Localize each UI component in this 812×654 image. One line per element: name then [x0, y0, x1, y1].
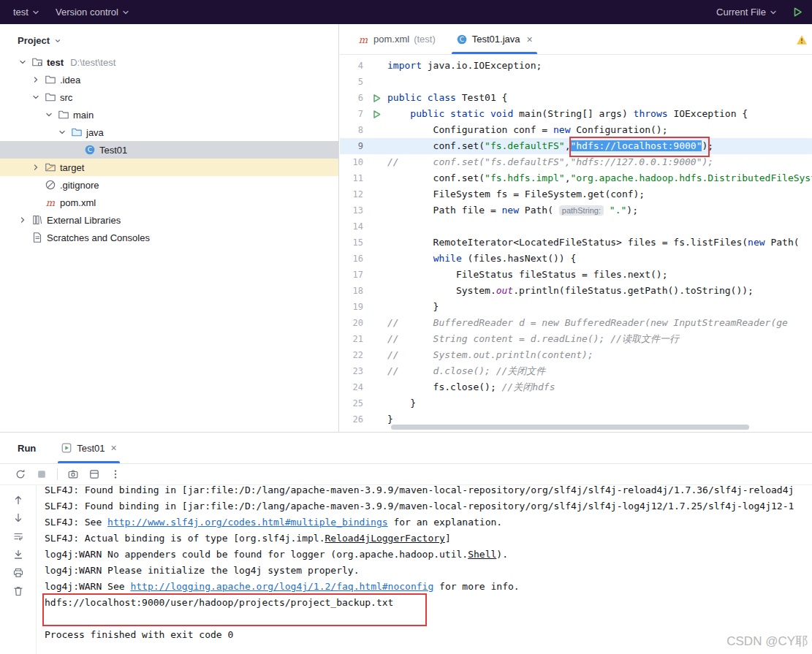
console-link[interactable]: http://www.slf4j.org/codes.html#multiple…	[107, 517, 388, 528]
gutter	[365, 122, 387, 138]
project-menu[interactable]: test	[7, 4, 45, 20]
tree-item-external-libraries[interactable]: External Libraries	[0, 211, 338, 229]
version-control-menu[interactable]: Version control	[50, 4, 135, 20]
chevron-down-icon[interactable]	[31, 92, 41, 102]
close-icon[interactable]: ×	[527, 34, 533, 45]
code-line-20[interactable]: 20// BufferedReader d = new BufferedRead…	[340, 315, 812, 331]
tree-item-label: Test01	[99, 145, 127, 156]
folder-source-icon	[71, 126, 83, 138]
chevron-right-icon[interactable]	[31, 75, 41, 85]
code-line-9[interactable]: 9 conf.set("fs.defaultFS","hdfs://localh…	[340, 138, 812, 154]
tree-item-gitignore[interactable]: .gitignore	[0, 176, 338, 194]
code-line-4[interactable]: 4import java.io.IOException;	[340, 58, 812, 74]
run-button[interactable]	[792, 7, 803, 18]
run-gutter-icon[interactable]	[371, 92, 382, 104]
up-icon[interactable]	[12, 494, 24, 506]
chevron-spacer	[31, 180, 41, 190]
code-line-21[interactable]: 21// String content = d.readLine(); //读取…	[340, 331, 812, 347]
chevron-down-icon	[770, 9, 777, 16]
console-link[interactable]: http://logging.apache.org/log4j/1.2/faq.…	[130, 581, 433, 592]
code-line-25[interactable]: 25 }	[340, 395, 812, 411]
project-panel-title: Project	[18, 35, 50, 46]
chevron-right-icon[interactable]	[18, 215, 28, 225]
chevron-spacer	[18, 232, 28, 243]
code-text: // conf.set("fs.defaultFS","hdfs://127.0…	[387, 154, 713, 170]
tree-item-path: D:\test\test	[70, 57, 115, 68]
clear-icon[interactable]	[12, 585, 24, 597]
tree-item-scratches-and-consoles[interactable]: Scratches and Consoles	[0, 229, 338, 246]
tree-item-pom-xml[interactable]: mpom.xml	[0, 194, 338, 211]
code-line-22[interactable]: 22// System.out.println(content);	[340, 347, 812, 363]
code-line-19[interactable]: 19 }	[340, 299, 812, 315]
code-line-24[interactable]: 24 fs.close(); //关闭hdfs	[340, 379, 812, 395]
chevron-down-icon[interactable]	[57, 127, 67, 137]
tree-item-idea[interactable]: .idea	[0, 71, 338, 88]
project-panel-header[interactable]: Project	[0, 24, 338, 53]
tab-pom-xml[interactable]: m pom.xml (test)	[347, 24, 446, 54]
code-line-13[interactable]: 13 Path file = new Path( pathString: "."…	[340, 202, 812, 218]
soft-wrap-icon[interactable]	[12, 531, 24, 542]
chevron-down-icon[interactable]	[44, 110, 54, 120]
gutter	[365, 186, 387, 202]
run-gutter-button[interactable]	[365, 106, 387, 122]
console-line: SLF4J: Actual binding is of type [org.sl…	[42, 531, 812, 547]
console-class-link[interactable]: Shell	[468, 549, 496, 560]
code-line-14[interactable]: 14	[340, 218, 812, 235]
tree-item-src[interactable]: src	[0, 88, 338, 106]
run-tab-test01[interactable]: Test01 ×	[56, 433, 121, 463]
run-tab-label: Test01	[77, 443, 105, 454]
tree-item-label: java	[86, 127, 104, 138]
console-text: ]	[445, 533, 451, 544]
close-icon[interactable]: ×	[111, 442, 117, 454]
tree-item-target[interactable]: target	[0, 159, 338, 176]
run-gutter-icon[interactable]	[371, 108, 382, 120]
run-config-selector[interactable]: Current File	[710, 4, 783, 20]
class-icon: C	[84, 144, 96, 156]
code-line-16[interactable]: 16 while (files.hasNext()) {	[340, 251, 812, 267]
run-gutter-button[interactable]	[365, 90, 387, 106]
code-line-11[interactable]: 11 conf.set("fs.hdfs.impl","org.apache.h…	[340, 170, 812, 186]
editor: m pom.xml (test) C Test01.java × 4import…	[340, 24, 812, 432]
console-line: log4j:WARN See http://logging.apache.org…	[42, 579, 812, 595]
code-text: public class Test01 {	[387, 90, 507, 106]
console-text: Process finished with exit code 0	[45, 629, 233, 640]
code-line-7[interactable]: 7 public static void main(String[] args)…	[340, 106, 812, 122]
maven-icon: m	[357, 34, 369, 45]
tab-test01-java[interactable]: C Test01.java ×	[446, 24, 543, 54]
horizontal-scrollbar[interactable]	[391, 425, 749, 430]
tree-item-java[interactable]: java	[0, 123, 338, 141]
tree-item-main[interactable]: main	[0, 106, 338, 123]
code-line-12[interactable]: 12 FileSystem fs = FileSystem.get(conf);	[340, 186, 812, 202]
scroll-end-icon[interactable]	[12, 549, 24, 560]
code-line-5[interactable]: 5	[340, 74, 812, 90]
code-line-10[interactable]: 10// conf.set("fs.defaultFS","hdfs://127…	[340, 154, 812, 170]
code-text: import java.io.IOException;	[387, 58, 542, 74]
tree-item-test01[interactable]: CTest01	[0, 141, 338, 159]
stop-icon[interactable]	[36, 468, 48, 480]
console-class-link[interactable]: Reload4jLoggerFactory	[325, 533, 445, 544]
code-line-8[interactable]: 8 Configuration conf = new Configuration…	[340, 122, 812, 138]
console-output[interactable]: SLF4J: Found binding in [jar:file:/D:/la…	[42, 485, 812, 654]
code-line-15[interactable]: 15 RemoteIterator<LocatedFileStatus> fil…	[340, 235, 812, 251]
console-text: SLF4J: Found binding in [jar:file:/D:/la…	[45, 485, 794, 495]
tree-item-test[interactable]: testD:\test\test	[0, 53, 338, 71]
code-line-17[interactable]: 17 FileStatus fileStatus = files.next();	[340, 267, 812, 283]
print-icon[interactable]	[12, 567, 24, 579]
svg-text:C: C	[460, 36, 464, 43]
warning-icon[interactable]	[796, 34, 808, 45]
code-line-18[interactable]: 18 System.out.println(fileStatus.getPath…	[340, 283, 812, 299]
rerun-icon[interactable]	[15, 468, 26, 480]
code-text: System.out.println(fileStatus.getPath().…	[387, 283, 754, 299]
code-line-6[interactable]: 6public class Test01 {	[340, 90, 812, 106]
line-number: 6	[340, 90, 365, 106]
code-line-23[interactable]: 23// d.close(); //关闭文件	[340, 363, 812, 379]
code-area[interactable]: 4import java.io.IOException;56public cla…	[340, 55, 812, 432]
line-number: 19	[340, 299, 365, 315]
options-icon[interactable]	[88, 468, 100, 480]
screenshot-icon[interactable]	[67, 468, 79, 480]
down-icon[interactable]	[12, 512, 24, 524]
chevron-right-icon[interactable]	[31, 162, 41, 172]
code-text: }	[387, 395, 416, 411]
chevron-down-icon[interactable]	[18, 57, 28, 67]
more-icon[interactable]	[110, 468, 121, 480]
